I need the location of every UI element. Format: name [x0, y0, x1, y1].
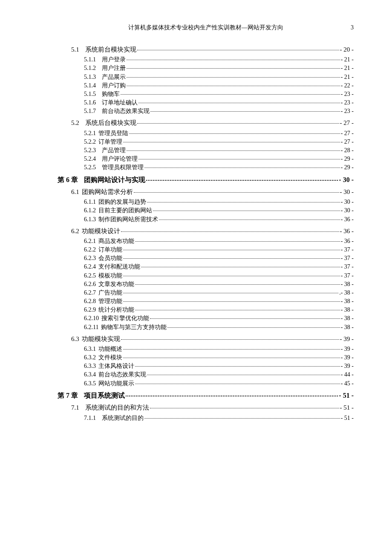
toc-entry-title: 管理员登陆 — [98, 130, 128, 136]
toc-entry-label: 6.2.1商品发布功能 — [84, 238, 134, 244]
toc-leader-dots — [137, 45, 339, 50]
toc-entry-title: 系统测试的目的 — [102, 415, 144, 421]
toc-entry-page: - 27 - — [340, 120, 354, 126]
toc-entry-number: 6.3.4 — [84, 372, 98, 378]
toc-entry-page: .- 38 - — [339, 290, 354, 296]
toc-entry-page: - 28 - — [341, 147, 354, 153]
toc-entry-label: 6.2.9统计分析功能 — [84, 307, 134, 313]
toc-entry-page: - 38 - — [341, 315, 354, 321]
toc-entry-page: - 29 - — [341, 165, 354, 171]
toc-leader-dots — [123, 245, 340, 250]
toc-entry-title: 功能概述 — [98, 346, 122, 352]
page-header: 计算机多媒体技术专业校内生产性实训教材—网站开发方向 3 — [58, 24, 354, 32]
toc-entry-page: - 38 - — [341, 281, 354, 287]
toc-leader-dots — [138, 98, 340, 103]
toc-entry-label: 6.1.3制作团购网站所需技术 — [84, 217, 158, 223]
toc-leader-dots — [146, 174, 338, 181]
toc-entry-title: 产品展示 — [102, 74, 126, 80]
toc-entry-label: 6.2.5模板功能 — [84, 273, 122, 279]
toc-entry-number: 5.1.6 — [84, 100, 102, 106]
toc-entry-label: 5.2系统后台模块实现 — [71, 120, 136, 126]
toc-entry-number: 5.1.2 — [84, 65, 102, 71]
toc-leader-dots — [121, 334, 339, 340]
toc-leader-dots — [150, 403, 339, 408]
toc-entry-page: - 37 - — [341, 247, 354, 253]
toc-entry-page: - 37 - — [341, 255, 354, 261]
toc-entry-page: - 36 - — [340, 228, 354, 234]
toc-entry-page: - 23 - — [341, 108, 354, 114]
toc-leader-dots — [167, 322, 340, 327]
toc-entry: 6.2功能模块设计- 36 - — [71, 228, 354, 234]
toc-leader-dots — [127, 72, 340, 77]
toc-entry: 6.2.11购物车与第三方支持功能- 38 - — [84, 324, 354, 330]
toc-entry-label: 5.2.5管理员权限管理 — [84, 165, 144, 171]
toc-entry-page: - 27 - — [341, 139, 354, 145]
toc-entry-label: 第 7 章项目系统测试 — [58, 392, 125, 399]
toc-entry-number: 6.1.2 — [84, 208, 98, 214]
toc-leader-dots — [135, 379, 340, 384]
toc-leader-dots — [150, 107, 340, 112]
toc-leader-dots — [123, 254, 340, 259]
toc-entry-number: 6.2.8 — [84, 298, 98, 304]
toc-entry-title: 会员功能 — [98, 255, 122, 261]
toc-entry-title: 用户注册 — [102, 65, 126, 71]
toc-entry: 5.1.3产品展示- 21 - — [84, 73, 354, 80]
toc-entry: 5.1系统前台模块实现- 20 - — [71, 46, 354, 53]
toc-entry-title: 订单功能 — [98, 246, 122, 253]
toc-entry-label: 6.3.3主体风格设计 — [84, 363, 134, 369]
toc-entry: 6.3.4前台动态效果实现- 44 - — [84, 371, 354, 378]
toc-leader-dots — [137, 118, 339, 124]
toc-leader-dots — [134, 187, 339, 193]
toc-entry-label: 5.1.1用户登录 — [84, 57, 126, 63]
toc-entry-number: 5.1.5 — [84, 91, 102, 97]
toc-entry-title: 网站功能展示 — [98, 380, 134, 387]
toc-entry-title: 项目系统测试 — [84, 392, 125, 399]
toc-entry-title: 功能模块设计 — [82, 228, 120, 234]
toc-entry: 6.2.4支付和配送功能- 37 - — [84, 263, 354, 270]
toc-entry-title: 广告功能 — [98, 289, 122, 296]
toc-leader-dots — [153, 206, 340, 211]
toc-leader-dots — [147, 197, 340, 202]
toc-entry-title: 制作团购网站所需技术 — [98, 216, 158, 223]
toc-entry: 6.2.8管理功能- 38 - — [84, 298, 354, 304]
toc-entry-number: 6.3.1 — [84, 346, 98, 352]
toc-entry-label: 6.2.3会员功能 — [84, 255, 122, 261]
toc-entry-number: 6.2.1 — [84, 238, 98, 244]
toc-entry-label: 6.3功能模块实现 — [71, 336, 120, 342]
toc-entry-number: 7.1 — [71, 405, 85, 411]
toc-leader-dots — [127, 64, 340, 69]
toc-entry-label: 5.1.5购物车 — [84, 91, 120, 97]
toc-entry-page: - 39 - — [340, 336, 354, 342]
toc-entry-number: 6.2.11 — [84, 324, 101, 330]
toc-leader-dots — [123, 271, 340, 276]
toc-entry-number: 5.2.1 — [84, 130, 98, 136]
toc-entry: 6.3.1功能概述- 39 - — [84, 346, 354, 352]
toc-entry-page: - 39 - — [341, 355, 354, 361]
toc-entry-label: 6.1.2目前主要的团购网站 — [84, 208, 152, 214]
toc-entry-number: 5.1.1 — [84, 57, 102, 63]
toc-entry-label: 5.1.2用户注册 — [84, 65, 126, 71]
toc-entry: 7.1系统测试的目的和方法- 51 - — [71, 404, 354, 411]
toc-entry: 6.2.5模板功能- 37 - — [84, 272, 354, 278]
toc-entry-number: 6.2.7 — [84, 290, 98, 296]
toc-entry: 6.1.3制作团购网站所需技术- 36 - — [84, 216, 354, 222]
toc-entry-page: - 45 - — [341, 381, 354, 387]
toc-entry-page: - 39 - — [341, 363, 354, 369]
toc-entry: 5.1.6订单地址确认- 23 - — [84, 99, 354, 106]
toc-entry-page: - 51 - — [340, 405, 354, 411]
toc-entry-title: 管理员权限管理 — [102, 164, 144, 171]
toc-entry-label: 5.2.2订单管理 — [84, 139, 122, 145]
toc-entry-page: - 30 - — [341, 199, 354, 205]
toc-leader-dots — [123, 297, 340, 302]
toc-entry-page: - 23 - — [341, 100, 354, 106]
toc-entry: 6.2.3会员功能- 37 - — [84, 255, 354, 261]
toc-entry-title: 订单地址确认 — [102, 99, 138, 106]
toc-entry-page: - 51 - — [339, 392, 354, 399]
toc-entry-label: 6.3.2文件模块 — [84, 355, 122, 361]
toc-entry-number: 6.3.2 — [84, 355, 98, 361]
toc-entry-label: 6.2功能模块设计 — [71, 228, 120, 234]
toc-entry-number: 第 7 章 — [58, 392, 84, 399]
toc-entry-page: - 30 - — [341, 208, 354, 214]
toc-leader-dots — [129, 128, 340, 133]
toc-entry-page: - 38 - — [341, 298, 354, 304]
